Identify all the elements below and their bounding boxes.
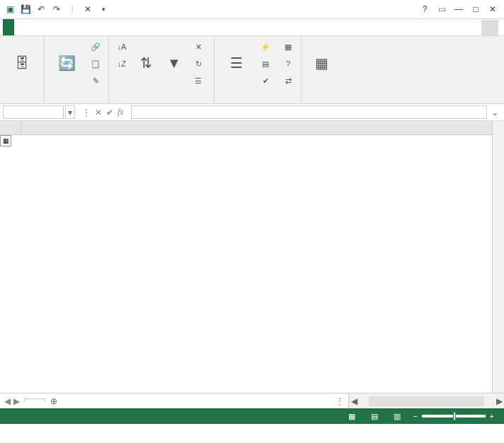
group-outline: ▦ xyxy=(302,36,341,103)
sheet-nav-prev[interactable]: ◀ xyxy=(4,396,11,406)
validation-icon: ✔ xyxy=(260,76,271,86)
flash-fill-icon: ⚡ xyxy=(260,42,271,52)
text-to-columns-button[interactable]: ☰ xyxy=(219,39,254,87)
tab-file[interactable] xyxy=(3,19,14,35)
help-button[interactable]: ? xyxy=(418,2,432,16)
group-external-data: 🗄 xyxy=(0,36,45,103)
hscroll-left[interactable]: ◀ xyxy=(349,396,359,406)
zoom-controls: − + xyxy=(413,412,498,420)
refresh-icon: 🔄 xyxy=(58,52,76,74)
title-bar: ▣ 💾 ↶ ↷ | ✕ ▾ ? ▭ — □ ✕ xyxy=(0,0,504,19)
filter-icon: ▼ xyxy=(167,52,181,74)
reapply-icon: ↻ xyxy=(193,59,204,69)
relationships-icon: ⇄ xyxy=(282,76,294,86)
name-box[interactable] xyxy=(3,105,64,119)
whatif-icon: ? xyxy=(282,59,294,68)
view-normal-button[interactable]: ▦ xyxy=(345,410,359,422)
quick-access-toolbar: ▣ 💾 ↶ ↷ | ✕ ▾ xyxy=(0,2,113,16)
sort-asc-button[interactable]: ↓A xyxy=(113,39,130,54)
remove-duplicates-button[interactable]: ▤ xyxy=(257,56,277,71)
user-avatar[interactable] xyxy=(481,20,498,35)
formula-input[interactable] xyxy=(131,105,487,119)
get-external-data-button[interactable]: 🗄 xyxy=(4,39,40,87)
edit-links-icon: ✎ xyxy=(90,76,101,86)
close-button[interactable]: ✕ xyxy=(486,2,500,16)
consolidate-button[interactable]: ▦ xyxy=(280,39,297,54)
undo-icon[interactable]: ↶ xyxy=(34,2,48,16)
ribbon-display-button[interactable]: ▭ xyxy=(435,2,449,16)
sort-desc-icon: ↓Z xyxy=(116,59,127,68)
minimize-button[interactable]: — xyxy=(452,2,466,16)
zoom-slider[interactable] xyxy=(422,415,486,418)
advanced-icon: ☰ xyxy=(193,76,204,86)
sheet-nav-next[interactable]: ▶ xyxy=(13,396,20,406)
view-page-layout-button[interactable]: ▤ xyxy=(367,410,382,422)
cancel-formula-button[interactable]: ✕ xyxy=(95,108,102,117)
add-sheet-button[interactable]: ⊕ xyxy=(45,396,62,406)
relationships-button[interactable]: ⇄ xyxy=(280,73,297,88)
link-icon: 🔗 xyxy=(90,42,101,52)
window-buttons: ? ▭ — □ ✕ xyxy=(418,2,504,16)
ribbon-tabs xyxy=(0,19,504,36)
horizontal-scrollbar[interactable]: ◀ ▶ xyxy=(348,393,504,408)
advanced-filter-button[interactable]: ☰ xyxy=(190,73,210,88)
properties-button[interactable]: 📋 xyxy=(87,56,104,71)
properties-icon: 📋 xyxy=(90,59,101,69)
save-icon[interactable]: 💾 xyxy=(18,2,33,16)
group-connections: 🔄 🔗 📋 ✎ xyxy=(45,36,109,103)
sheet-nav: ◀ ▶ xyxy=(0,396,24,406)
database-icon: 🗄 xyxy=(15,52,29,74)
clear-filter-button[interactable]: ✕ xyxy=(190,39,210,54)
vertical-scrollbar[interactable] xyxy=(492,121,504,393)
name-box-dropdown[interactable]: ▾ xyxy=(65,105,75,119)
consolidate-icon: ▦ xyxy=(282,42,294,52)
group-sort-filter: ↓A ↓Z ⇅ ▼ ✕ ↻ ☰ xyxy=(109,36,214,103)
sort-asc-icon: ↓A xyxy=(116,42,127,51)
outline-button[interactable]: ▦ xyxy=(306,39,337,87)
qat-close-icon[interactable]: ✕ xyxy=(81,2,95,16)
formula-buttons: ⋮ ✕ ✔ fx xyxy=(76,105,130,119)
whatif-button[interactable]: ? xyxy=(280,56,297,71)
reapply-button[interactable]: ↻ xyxy=(190,56,210,71)
formula-expand-button[interactable]: ⌄ xyxy=(488,105,501,119)
column-headers xyxy=(0,121,492,135)
fx-button[interactable]: fx xyxy=(118,107,124,117)
excel-icon: ▣ xyxy=(3,2,17,16)
flash-fill-button[interactable]: ⚡ xyxy=(257,39,277,54)
sort-button[interactable]: ⇅ xyxy=(133,39,159,87)
hscroll-right[interactable]: ▶ xyxy=(494,396,504,406)
tab-split-handle[interactable]: ⋮ xyxy=(331,396,348,406)
sheet-tab[interactable] xyxy=(24,398,45,402)
select-all-corner[interactable] xyxy=(0,121,21,134)
enter-formula-button[interactable]: ✔ xyxy=(106,108,113,117)
sort-icon: ⇅ xyxy=(140,52,152,74)
view-page-break-button[interactable]: ▥ xyxy=(390,410,404,422)
group-data-tools: ☰ ⚡ ▤ ✔ ▦ ? ⇄ xyxy=(214,36,302,103)
edit-links-button[interactable]: ✎ xyxy=(87,73,104,88)
worksheet-grid[interactable]: ✚ ▦ xyxy=(0,121,504,393)
connections-button[interactable]: 🔗 xyxy=(87,39,104,54)
sheet-tab-bar: ◀ ▶ ⊕ ⋮ ◀ ▶ xyxy=(0,393,504,408)
remove-dup-icon: ▤ xyxy=(260,59,271,69)
filter-button[interactable]: ▼ xyxy=(161,39,187,87)
text-to-columns-icon: ☰ xyxy=(230,52,243,74)
formula-opts-icon[interactable]: ⋮ xyxy=(82,108,91,117)
refresh-all-button[interactable]: 🔄 xyxy=(49,39,84,87)
ribbon: 🗄 🔄 🔗 📋 ✎ ↓A ↓Z ⇅ xyxy=(0,36,504,104)
sort-desc-button[interactable]: ↓Z xyxy=(113,56,130,71)
zoom-out-button[interactable]: − xyxy=(413,412,417,420)
zoom-in-button[interactable]: + xyxy=(490,412,494,420)
qat-dropdown-icon[interactable]: ▾ xyxy=(96,2,110,16)
redo-icon[interactable]: ↷ xyxy=(50,2,64,16)
status-bar: ▦ ▤ ▥ − + xyxy=(0,408,504,424)
qat-sep: | xyxy=(65,2,79,16)
clear-icon: ✕ xyxy=(193,42,204,52)
maximize-button[interactable]: □ xyxy=(469,2,483,16)
outline-icon: ▦ xyxy=(315,52,328,74)
autofill-options-button[interactable]: ▦ xyxy=(0,135,11,146)
formula-bar: ▾ ⋮ ✕ ✔ fx ⌄ xyxy=(0,104,504,121)
data-validation-button[interactable]: ✔ xyxy=(257,73,277,88)
